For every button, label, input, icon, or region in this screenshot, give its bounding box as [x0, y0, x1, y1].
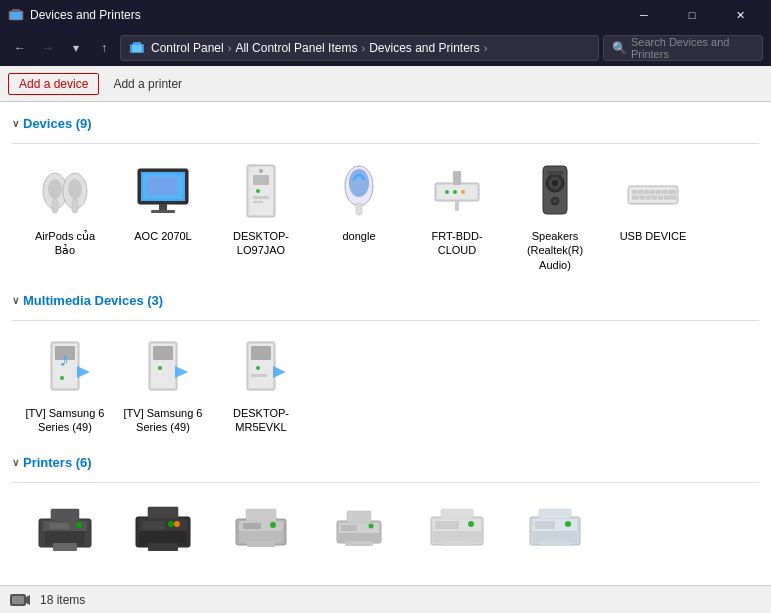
- device-item-frt[interactable]: FRT-BDD-CLOUD: [412, 152, 502, 279]
- section-header-printers[interactable]: ∨ Printers (6): [12, 455, 759, 470]
- address-path[interactable]: Control Panel › All Control Panel Items …: [120, 35, 599, 61]
- svg-marker-120: [26, 595, 30, 605]
- svg-rect-2: [12, 9, 20, 12]
- printers-grid: p1 p2: [12, 487, 759, 585]
- device-item-dongle[interactable]: dongle: [314, 152, 404, 279]
- media-server-2-icon: [131, 336, 195, 400]
- printer-item-4[interactable]: p4: [314, 491, 404, 585]
- search-box[interactable]: 🔍 Search Devices and Printers: [603, 35, 763, 61]
- printer-3-icon: [229, 498, 293, 562]
- multimedia-item-2[interactable]: [TV] Samsung 6 Series (49): [118, 329, 208, 442]
- recent-button[interactable]: ▾: [64, 36, 88, 60]
- svg-rect-6: [133, 42, 141, 45]
- chevron-multimedia: ∨: [12, 295, 19, 306]
- device-item-airpods[interactable]: AirPods của Bảo: [20, 152, 110, 279]
- svg-point-102: [369, 524, 374, 529]
- section-header-devices[interactable]: ∨ Devices (9): [12, 116, 759, 131]
- printer-item-1[interactable]: p1: [20, 491, 110, 585]
- title-bar: Devices and Printers ─ □ ✕: [0, 0, 771, 30]
- device-item-desktop[interactable]: DESKTOP-LO97JAO: [216, 152, 306, 279]
- desktop-icon: [229, 159, 293, 223]
- printer-item-6[interactable]: p6: [510, 491, 600, 585]
- svg-rect-79: [51, 509, 79, 521]
- svg-rect-78: [45, 531, 85, 545]
- device-label-frt: FRT-BDD-CLOUD: [417, 229, 497, 258]
- add-device-button[interactable]: Add a device: [8, 73, 99, 95]
- address-bar: ← → ▾ ↑ Control Panel › All Control Pane…: [0, 30, 771, 66]
- svg-rect-51: [668, 190, 676, 194]
- svg-point-63: [60, 376, 64, 380]
- device-label-speakers: Speakers (Realtek(R) Audio): [515, 229, 595, 272]
- device-item-speakers[interactable]: Speakers (Realtek(R) Audio): [510, 152, 600, 279]
- device-label-aoc: AOC 2070L: [134, 229, 191, 243]
- section-label-printers: Printers (6): [23, 455, 92, 470]
- window-title: Devices and Printers: [30, 8, 621, 22]
- path-all-items[interactable]: All Control Panel Items: [235, 41, 357, 55]
- window-controls[interactable]: ─ □ ✕: [621, 0, 763, 30]
- printer-5-icon: [425, 498, 489, 562]
- svg-rect-86: [148, 507, 178, 519]
- forward-button[interactable]: →: [36, 36, 60, 60]
- back-button[interactable]: ←: [8, 36, 32, 60]
- chevron-printers: ∨: [12, 457, 19, 468]
- multimedia-item-3[interactable]: DESKTOP-MR5EVKL: [216, 329, 306, 442]
- airpods-icon: [33, 159, 97, 223]
- svg-point-27: [349, 169, 369, 197]
- svg-rect-117: [540, 541, 570, 546]
- printer-6-icon: [523, 498, 587, 562]
- up-button[interactable]: ↑: [92, 36, 116, 60]
- search-icon: 🔍: [612, 41, 627, 55]
- svg-rect-49: [656, 190, 661, 194]
- search-placeholder: Search Devices and Printers: [631, 36, 754, 60]
- status-bar: 18 items: [0, 585, 771, 613]
- device-item-aoc[interactable]: AOC 2070L: [118, 152, 208, 279]
- camera-status-icon: [8, 588, 32, 612]
- svg-marker-73: [273, 366, 286, 378]
- close-button[interactable]: ✕: [717, 0, 763, 30]
- printer-item-3[interactable]: p3: [216, 491, 306, 585]
- path-control-panel[interactable]: Control Panel: [151, 41, 224, 55]
- svg-rect-24: [253, 196, 269, 199]
- svg-point-41: [553, 199, 557, 203]
- app-icon: [8, 7, 24, 23]
- divider-printers: [12, 482, 759, 483]
- svg-rect-28: [356, 203, 362, 215]
- svg-rect-110: [443, 541, 471, 546]
- svg-marker-62: [77, 366, 90, 378]
- svg-rect-54: [646, 196, 651, 200]
- printer-item-2[interactable]: p2: [118, 491, 208, 585]
- svg-rect-25: [253, 201, 263, 203]
- svg-point-9: [48, 179, 62, 199]
- minimize-button[interactable]: ─: [621, 0, 667, 30]
- svg-rect-34: [453, 171, 461, 185]
- svg-point-33: [461, 190, 465, 194]
- svg-point-72: [256, 366, 260, 370]
- svg-rect-46: [638, 190, 643, 194]
- svg-rect-11: [52, 199, 58, 213]
- svg-rect-101: [347, 511, 371, 523]
- printer-4-icon: [327, 498, 391, 562]
- printer-item-5[interactable]: p5: [412, 491, 502, 585]
- svg-rect-84: [143, 521, 165, 529]
- svg-rect-47: [644, 190, 649, 194]
- path-devices[interactable]: Devices and Printers: [369, 41, 480, 55]
- devices-grid: AirPods của Bảo AOC 2070L: [12, 148, 759, 283]
- svg-rect-119: [12, 596, 24, 604]
- maximize-button[interactable]: □: [669, 0, 715, 30]
- svg-point-32: [453, 190, 457, 194]
- svg-rect-15: [159, 204, 167, 210]
- svg-point-95: [270, 522, 276, 528]
- svg-rect-55: [652, 196, 657, 200]
- device-label-desktop: DESKTOP-LO97JAO: [221, 229, 301, 258]
- svg-rect-96: [247, 541, 275, 547]
- svg-text:♪: ♪: [59, 348, 69, 370]
- svg-rect-42: [547, 171, 563, 175]
- device-item-usb[interactable]: USB DEVICE: [608, 152, 698, 279]
- add-printer-button[interactable]: Add a printer: [103, 74, 192, 94]
- svg-rect-56: [658, 196, 663, 200]
- svg-rect-35: [455, 201, 459, 211]
- svg-point-87: [174, 521, 180, 527]
- device-label-dongle: dongle: [342, 229, 375, 243]
- section-header-multimedia[interactable]: ∨ Multimedia Devices (3): [12, 293, 759, 308]
- multimedia-item-1[interactable]: ♪ [TV] Samsung 6 Series (49): [20, 329, 110, 442]
